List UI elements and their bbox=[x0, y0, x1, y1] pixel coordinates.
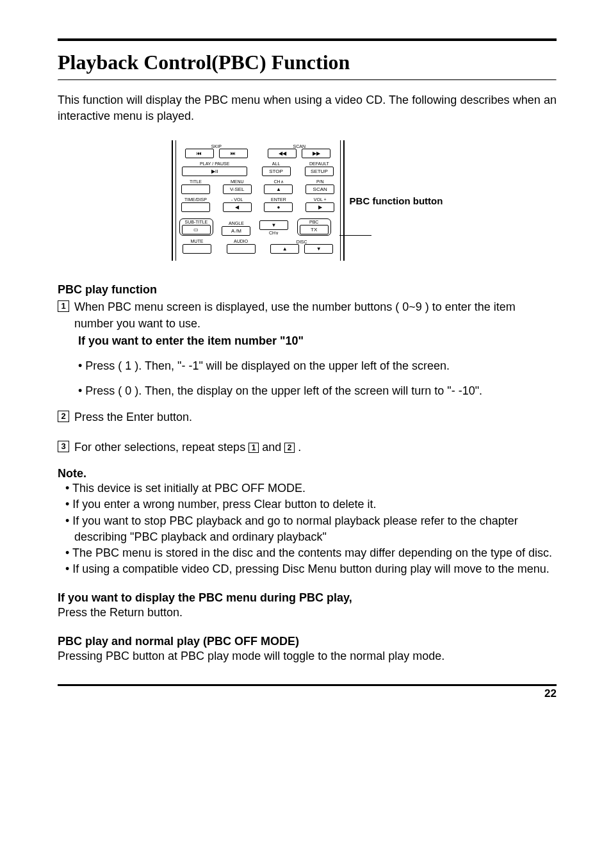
pbc-mode-heading: PBC play and normal play (PBC OFF MODE) bbox=[58, 635, 557, 648]
mute-button bbox=[183, 244, 211, 254]
left-button: ◀ bbox=[223, 202, 252, 212]
pbc-callout-label: PBC function button bbox=[350, 195, 443, 206]
down-button: ▼ bbox=[259, 220, 288, 230]
top-rule bbox=[58, 38, 557, 41]
display-pbc-text: Press the Return button. bbox=[58, 605, 557, 621]
disc-down-button: ▼ bbox=[304, 244, 333, 254]
setup-button: SETUP bbox=[305, 167, 334, 176]
step-1-bullet-2: Press ( 0 ). Then, the display on the up… bbox=[78, 384, 557, 398]
ch-up-label: CH∧ bbox=[273, 179, 283, 184]
scan-group-label: SCAN bbox=[268, 144, 330, 149]
audio-button bbox=[227, 244, 256, 254]
step-1-bullet-1: Press ( 1 ). Then, "- -1" will be displa… bbox=[78, 359, 557, 373]
note-item-5: If using a compatible video CD, pressing… bbox=[58, 561, 557, 577]
note-heading: Note. bbox=[58, 467, 557, 480]
step-1: 1 When PBC menu screen is displayed, use… bbox=[58, 299, 557, 331]
up-button: ▲ bbox=[264, 184, 293, 194]
subtitle-button: ▭ bbox=[182, 225, 211, 234]
note-item-1: This device is set initially at PBC OFF … bbox=[58, 480, 557, 496]
skip-next-button: ⏭ bbox=[219, 149, 248, 158]
vol-plus-label: VOL + bbox=[314, 197, 327, 202]
skip-group-label: SKIP bbox=[185, 144, 248, 149]
all-label: ALL bbox=[272, 161, 280, 166]
scan-rev-button: ◀◀ bbox=[268, 149, 297, 158]
note-item-3: If you want to stop PBC playback and go … bbox=[58, 513, 557, 545]
disc-up-button: ▲ bbox=[270, 244, 299, 254]
note-list: This device is set initially at PBC OFF … bbox=[58, 480, 557, 577]
ref-step-1: 1 bbox=[248, 443, 259, 453]
enter-label: ENTER bbox=[271, 197, 286, 202]
am-button: A /M bbox=[222, 226, 250, 236]
step-3-number: 3 bbox=[58, 441, 69, 452]
audio-label: AUDIO bbox=[234, 239, 248, 243]
mute-label: MUTE bbox=[191, 239, 204, 243]
note-item-2: If you enter a wrong number, press Clear… bbox=[58, 496, 557, 512]
step-1-subheading: If you want to enter the item number "10… bbox=[78, 334, 557, 348]
page-number: 22 bbox=[58, 687, 557, 700]
title-label: TITLE bbox=[190, 179, 202, 184]
default-label: DEFAULT bbox=[309, 161, 329, 166]
vol-minus-label: - VOL bbox=[231, 197, 243, 202]
title-button bbox=[181, 184, 210, 194]
step-3-text: For other selections, repeat steps 1 and… bbox=[74, 439, 301, 455]
time-disp-label: TIME/DISP bbox=[184, 197, 207, 202]
tx-button: TX bbox=[300, 225, 329, 234]
ref-step-2: 2 bbox=[284, 443, 295, 453]
stop-button: STOP bbox=[262, 167, 291, 176]
pn-label: P/N bbox=[316, 179, 324, 184]
step-2-text: Press the Enter button. bbox=[74, 409, 192, 425]
step-1-text: When PBC menu screen is displayed, use t… bbox=[74, 299, 557, 331]
step-2-number: 2 bbox=[58, 411, 69, 422]
step-3: 3 For other selections, repeat steps 1 a… bbox=[58, 439, 557, 455]
pbc-mode-text: Pressing PBC button at PBC play mode wil… bbox=[58, 648, 557, 664]
play-pause-label: PLAY / PAUSE bbox=[200, 161, 229, 166]
vsel-button: V-SEL bbox=[223, 184, 252, 194]
time-disp-button bbox=[181, 202, 210, 212]
intro-text: This function will display the PBC menu … bbox=[58, 92, 557, 124]
page-title: Playback Control(PBC) Function bbox=[58, 51, 557, 74]
subtitle-label: SUB-TITLE bbox=[184, 220, 208, 224]
right-button: ▶ bbox=[306, 202, 334, 212]
step-1-number: 1 bbox=[58, 300, 69, 312]
scan-fwd-button: ▶▶ bbox=[302, 149, 330, 158]
footer-rule bbox=[58, 684, 557, 686]
pbc-play-heading: PBC play function bbox=[58, 283, 557, 297]
disc-label: DISC bbox=[270, 240, 333, 244]
menu-label: MENU bbox=[231, 179, 244, 184]
title-underline bbox=[58, 79, 557, 81]
note-item-4: The PBC menu is stored in the disc and t… bbox=[58, 545, 557, 561]
scan-button: SCAN bbox=[306, 184, 334, 194]
ch-down-label: CH∨ bbox=[269, 231, 279, 235]
remote-diagram: SKIP ⏮ ⏭ SCAN ◀◀ ▶▶ PLAY / PAUSE ▶II AL bbox=[58, 140, 557, 261]
enter-button: ● bbox=[264, 202, 293, 212]
pbc-label: PBC bbox=[309, 220, 318, 224]
play-pause-button: ▶II bbox=[182, 167, 247, 176]
display-pbc-heading: If you want to display the PBC menu duri… bbox=[58, 591, 557, 605]
angle-label: ANGLE bbox=[229, 221, 244, 225]
skip-prev-button: ⏮ bbox=[185, 149, 214, 158]
step-2: 2 Press the Enter button. bbox=[58, 409, 557, 425]
remote-body: SKIP ⏮ ⏭ SCAN ◀◀ ▶▶ PLAY / PAUSE ▶II AL bbox=[172, 140, 345, 261]
